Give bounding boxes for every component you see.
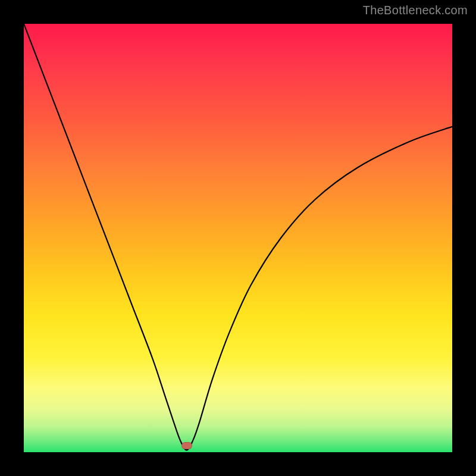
plot-area	[24, 24, 452, 452]
bottleneck-curve	[24, 24, 452, 452]
chart-frame: TheBottleneck.com	[0, 0, 476, 476]
optimal-point-marker	[181, 442, 192, 449]
watermark-text: TheBottleneck.com	[363, 4, 468, 17]
